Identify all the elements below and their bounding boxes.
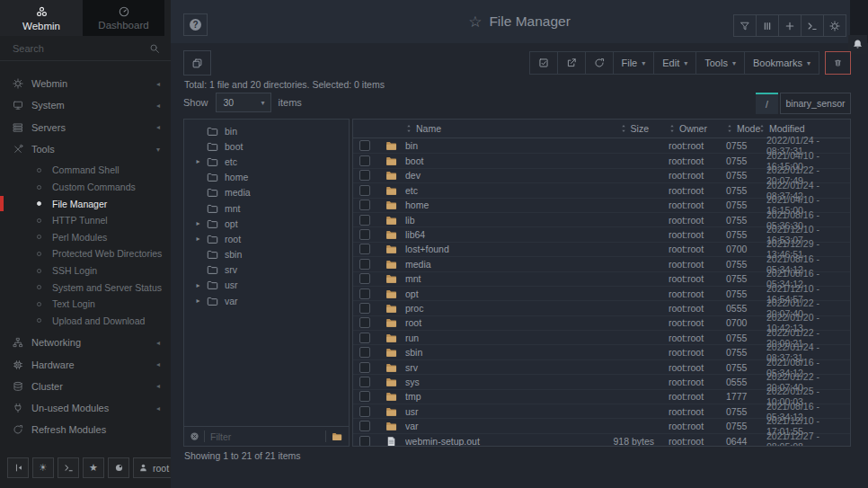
sidebar-item-perl-modules[interactable]: Perl Modules (0, 229, 171, 246)
menu-tools[interactable]: Tools▾ (695, 51, 745, 75)
row-checkbox[interactable] (359, 140, 370, 151)
sun-button[interactable]: ☀ (32, 457, 54, 478)
menu-bookmarks[interactable]: Bookmarks▾ (744, 51, 819, 75)
file-name[interactable]: run (405, 333, 591, 343)
row-checkbox[interactable] (359, 436, 370, 447)
menu-edit[interactable]: Edit▾ (653, 51, 696, 75)
sidebar-item-text-login[interactable]: Text Login (0, 296, 171, 313)
terminal-button[interactable] (58, 457, 79, 478)
tab-webmin[interactable]: Webmin (0, 0, 83, 36)
tree-item-root[interactable]: ▸root (184, 231, 349, 246)
row-checkbox[interactable] (359, 155, 370, 166)
table-row-webmin-setup-out[interactable]: webmin-setup.out918 bytesroot:root064420… (353, 433, 850, 447)
tree-item-boot[interactable]: boot (184, 138, 349, 154)
search-input[interactable] (0, 43, 149, 54)
file-name[interactable]: mnt (405, 273, 591, 284)
row-checkbox[interactable] (359, 215, 370, 226)
collapse-button[interactable] (7, 457, 29, 478)
row-checkbox[interactable] (359, 244, 370, 254)
search-icon[interactable] (149, 43, 160, 54)
file-name[interactable]: dev (405, 170, 591, 181)
plus-button[interactable] (778, 14, 802, 37)
sidebar-item-webmin[interactable]: Webmin◂ (0, 73, 171, 94)
sidebar-item-networking[interactable]: Networking◂ (0, 332, 171, 353)
column-header-name[interactable]: Name (405, 123, 591, 134)
file-name[interactable]: proc (405, 303, 591, 314)
sidebar-item-upload-and-download[interactable]: Upload and Download (0, 313, 171, 330)
tree-item-opt[interactable]: ▸opt (184, 216, 349, 231)
folder-icon[interactable] (332, 431, 342, 441)
file-name[interactable]: home (405, 200, 591, 210)
share-button[interactable] (557, 51, 586, 75)
column-header-owner[interactable]: Owner (661, 123, 719, 134)
tree-item-sbin[interactable]: sbin (184, 247, 349, 262)
file-name[interactable]: bin (405, 140, 591, 151)
row-checkbox[interactable] (359, 185, 370, 196)
file-name[interactable]: opt (405, 288, 591, 299)
tab-dashboard[interactable]: Dashboard (83, 0, 164, 36)
expander-icon[interactable]: ▸ (192, 219, 204, 227)
row-checkbox[interactable] (359, 303, 370, 314)
page-size-select[interactable]: 30 ▾ (216, 93, 271, 112)
file-name[interactable]: sys (405, 377, 591, 387)
file-name[interactable]: lib (405, 215, 591, 226)
file-name[interactable]: tmp (405, 391, 591, 402)
sidebar-item-system[interactable]: System◂ (0, 94, 171, 116)
file-name[interactable]: root (405, 317, 591, 328)
file-name[interactable]: boot (405, 155, 591, 166)
row-checkbox[interactable] (359, 362, 370, 373)
file-name[interactable]: lost+found (405, 244, 591, 254)
tree-item-media[interactable]: media (184, 185, 349, 200)
expander-icon[interactable]: ▸ (192, 297, 204, 305)
row-checkbox[interactable] (359, 347, 370, 358)
tree-item-home[interactable]: home (184, 170, 349, 185)
file-name[interactable]: srv (405, 362, 591, 373)
help-button[interactable]: ? (183, 13, 208, 36)
column-header-mode[interactable]: Mode (719, 123, 755, 134)
tree-item-mnt[interactable]: mnt (184, 200, 349, 216)
sidebar-item-custom-commands[interactable]: Custom Commands (0, 179, 171, 196)
sidebar-item-protected-web-directories[interactable]: Protected Web Directories (0, 245, 171, 262)
columns-button[interactable] (756, 14, 779, 37)
tree-item-srv[interactable]: srv (184, 262, 349, 278)
row-checkbox[interactable] (359, 259, 370, 270)
favorite-star-icon[interactable]: ☆ (468, 13, 482, 31)
column-header-size[interactable]: Size (591, 123, 661, 134)
expander-icon[interactable]: ▸ (192, 281, 204, 289)
clear-filter-icon[interactable] (190, 431, 199, 441)
sidebar-item-command-shell[interactable]: Command Shell (0, 162, 171, 179)
tree-item-usr[interactable]: ▸usr (184, 278, 349, 293)
file-name[interactable]: webmin-setup.out (405, 436, 591, 447)
column-header-modified[interactable]: Modified (755, 123, 850, 134)
row-checkbox[interactable] (359, 273, 370, 284)
funnel-button[interactable] (733, 14, 757, 37)
terminal-button[interactable] (801, 14, 824, 37)
clone-window-button[interactable] (183, 50, 211, 75)
row-checkbox[interactable] (359, 317, 370, 328)
sidebar-item-ssh-login[interactable]: SSH Login (0, 262, 171, 279)
tree-item-var[interactable]: ▸var (184, 293, 349, 308)
row-checkbox[interactable] (359, 333, 370, 343)
tree-item-etc[interactable]: ▸etc (184, 154, 349, 169)
row-checkbox[interactable] (359, 200, 370, 210)
file-name[interactable]: var (405, 421, 591, 431)
refresh-button[interactable] (585, 51, 614, 75)
notifications-button[interactable] (848, 35, 867, 54)
row-checkbox[interactable] (359, 377, 370, 387)
delete-button[interactable] (825, 51, 851, 75)
sidebar-item-un-used-modules[interactable]: Un-used Modules◂ (0, 397, 171, 419)
row-checkbox[interactable] (359, 288, 370, 299)
menu-file[interactable]: File▾ (613, 51, 655, 75)
person-button[interactable]: root (133, 457, 174, 478)
row-checkbox[interactable] (359, 229, 370, 240)
sidebar-item-servers[interactable]: Servers◂ (0, 117, 171, 138)
file-name[interactable]: etc (405, 185, 591, 196)
sidebar-item-file-manager[interactable]: File Manager (0, 195, 171, 212)
file-name[interactable]: media (405, 259, 591, 270)
star-button[interactable]: ★ (83, 457, 104, 478)
sidebar-item-http-tunnel[interactable]: HTTP Tunnel (0, 212, 171, 229)
sidebar-item-system-and-server-status[interactable]: System and Server Status (0, 279, 171, 296)
file-name[interactable]: sbin (405, 347, 591, 358)
expander-icon[interactable]: ▸ (192, 235, 204, 243)
sidebar-item-cluster[interactable]: Cluster◂ (0, 376, 171, 397)
